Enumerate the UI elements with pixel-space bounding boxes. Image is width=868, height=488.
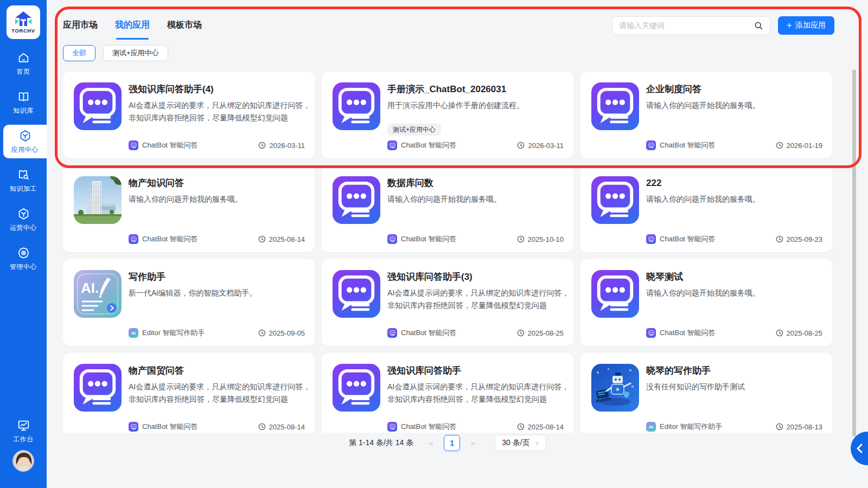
app-card-footer: AI Editor 智能写作助手 2025-08-13 <box>646 422 822 432</box>
app-card-footer: ChatBot 智能问答 2025-08-25 <box>646 328 822 338</box>
app-card-8[interactable]: 强知识库问答助手(3) AI会遵从提示词的要求，只从绑定的知识库进行问答，非知识… <box>322 259 573 346</box>
app-card-11[interactable]: 强知识库问答助手 AI会遵从提示词的要求，只从绑定的知识库进行问答，非知识库内容… <box>322 353 573 433</box>
tab-3[interactable]: 模板市场 <box>167 20 202 36</box>
app-description: 用于演示应用中心操作手册的创建流程。 <box>387 99 572 112</box>
main-content: 应用市场我的应用模板市场 + 添加应用 全部测试+应用中心 强知识库问答助手(4… <box>47 0 868 488</box>
sidebar-item-2[interactable]: 知识库 <box>0 86 47 119</box>
app-card-3[interactable]: 企业制度问答 请输入你的问题开始我的服务哦。 ChatBot 智能问答 2026… <box>580 72 832 158</box>
app-card-footer: ChatBot 智能问答 2025-08-25 <box>387 328 564 338</box>
page-size-select[interactable]: 30 条/页 ∨ <box>495 435 546 451</box>
app-card-footer: ChatBot 智能问答 2025-09-23 <box>646 234 822 244</box>
app-date-value: 2026-01-19 <box>787 142 823 150</box>
sidebar-item-label: 知识库 <box>13 106 34 115</box>
app-type: ChatBot 智能问答 <box>646 234 716 244</box>
torchv-logo-icon <box>14 11 33 27</box>
chatbot-type-icon <box>387 422 397 432</box>
chatbot-icon <box>591 176 639 224</box>
chatbot-type-icon <box>646 328 656 338</box>
robot-illustration-icon <box>591 364 639 412</box>
app-type-label: ChatBot 智能问答 <box>660 140 716 150</box>
prev-page-button[interactable]: < <box>424 439 438 448</box>
filter-chip-1[interactable]: 全部 <box>63 45 95 61</box>
app-date-value: 2025-08-14 <box>269 235 305 243</box>
app-type: ChatBot 智能问答 <box>129 234 198 244</box>
app-card-9[interactable]: 晓琴测试 请输入你的问题开始我的服务哦。 ChatBot 智能问答 2025-0… <box>580 259 832 346</box>
app-type-label: ChatBot 智能问答 <box>142 422 198 432</box>
app-badge: 测试+应用中心 <box>387 124 441 136</box>
sidebar-item-1[interactable]: 首页 <box>0 47 47 80</box>
app-date-value: 2025-08-14 <box>528 423 564 431</box>
app-type-label: ChatBot 智能问答 <box>142 140 198 150</box>
app-type: ChatBot 智能问答 <box>387 422 457 432</box>
chatbot-icon <box>591 270 639 318</box>
chatbot-type-icon <box>129 234 138 244</box>
search-input[interactable] <box>619 21 754 30</box>
app-card-10[interactable]: 物产国贸问答 AI会遵从提示词的要求，只从绑定的知识库进行问答，非知识库内容拒绝… <box>63 353 315 433</box>
app-type-label: ChatBot 智能问答 <box>401 328 457 338</box>
app-title: 强知识库问答助手(3) <box>387 270 563 283</box>
clock-icon <box>258 423 266 431</box>
sidebar-item-label: 首页 <box>17 67 30 76</box>
chatbot-icon <box>591 82 639 130</box>
filter-chip-2[interactable]: 测试+应用中心 <box>103 45 168 61</box>
clock-icon <box>517 329 525 337</box>
app-card-6[interactable]: 222 请输入你的问题开始我的服务哦。 ChatBot 智能问答 2025-09… <box>580 165 832 252</box>
app-card-4[interactable]: 物产知识问答 请输入你的问题开始我的服务哦。 ChatBot 智能问答 2025… <box>63 165 315 252</box>
app-date: 2025-08-25 <box>517 329 564 337</box>
app-date: 2025-08-25 <box>776 329 823 337</box>
app-type-label: Editor 智能写作助手 <box>660 422 723 432</box>
next-page-button[interactable]: > <box>465 439 480 448</box>
vertical-scrollbar[interactable] <box>852 69 856 436</box>
sidebar-item-label: 管理中心 <box>10 262 37 272</box>
app-card-2[interactable]: 手册演示_ChatBot_2026031 用于演示应用中心操作手册的创建流程。 … <box>322 72 573 158</box>
app-date-value: 2025-08-14 <box>269 423 305 431</box>
app-title: 强知识库问答助手(4) <box>129 82 304 95</box>
app-date-value: 2026-03-11 <box>528 142 564 150</box>
user-avatar[interactable] <box>12 450 34 472</box>
sidebar-item-5[interactable]: 运营中心 <box>0 203 47 236</box>
tab-2[interactable]: 我的应用 <box>115 20 150 36</box>
app-type-label: ChatBot 智能问答 <box>142 234 198 244</box>
clock-icon <box>776 423 783 431</box>
sidebar-item-workbench[interactable]: 工作台 <box>0 414 47 448</box>
app-card-7[interactable]: AI. 写作助手 新一代Ai编辑器，你的智能文档助手。 AI Editor 智能… <box>63 259 315 346</box>
add-app-button[interactable]: + 添加应用 <box>778 16 834 35</box>
editor-type-icon: AI <box>646 422 656 432</box>
app-description: 新一代Ai编辑器，你的智能文档助手。 <box>129 287 313 299</box>
app-type: ChatBot 智能问答 <box>646 328 716 338</box>
chatbot-icon <box>74 364 122 412</box>
sidebar-item-4[interactable]: 知识加工 <box>0 164 47 197</box>
app-card-12[interactable]: 晓琴的写作助手 没有任何知识的写作助手测试 AI Editor 智能写作助手 2… <box>580 353 832 433</box>
sidebar-item-3[interactable]: 应用中心 <box>3 125 47 158</box>
page-size-value: 30 条/页 <box>502 438 529 448</box>
plus-icon: + <box>787 21 792 30</box>
sidebar-item-label: 知识加工 <box>10 184 37 194</box>
app-card-1[interactable]: 强知识库问答助手(4) AI会遵从提示词的要求，只从绑定的知识库进行问答，非知识… <box>63 72 315 158</box>
app-date-value: 2025-08-13 <box>787 423 823 431</box>
chatbot-icon <box>333 270 380 318</box>
app-description: 请输入你的问题开始我的服务哦。 <box>129 193 313 206</box>
app-type: ChatBot 智能问答 <box>129 422 198 432</box>
pagination-summary: 第 1-14 条/共 14 条 <box>349 438 413 448</box>
app-type: AI Editor 智能写作助手 <box>129 328 205 338</box>
sidebar-item-6[interactable]: 管理中心 <box>0 242 47 275</box>
editor-type-icon: AI <box>129 328 138 338</box>
chatbot-icon <box>333 176 380 224</box>
search-icon[interactable] <box>754 21 763 30</box>
app-description: AI会遵从提示词的要求，只从绑定的知识库进行问答，非知识库内容拒绝回答，尽量降低… <box>387 287 572 312</box>
app-center-icon <box>18 129 32 143</box>
card-grid-clip: 强知识库问答助手(4) AI会遵从提示词的要求，只从绑定的知识库进行问答，非知识… <box>63 72 832 433</box>
app-title: 晓琴测试 <box>646 270 821 283</box>
app-description: 请输入你的问题开始我的服务哦。 <box>646 99 831 112</box>
app-card-footer: ChatBot 智能问答 2025-10-10 <box>387 234 564 244</box>
app-card-5[interactable]: 数据库问数 请输入你的问题开始我的服务哦。 ChatBot 智能问答 2025-… <box>322 165 573 252</box>
clock-icon <box>258 329 266 337</box>
page-number-button[interactable]: 1 <box>444 435 460 451</box>
app-card-footer: ChatBot 智能问答 2025-08-14 <box>129 234 305 244</box>
svg-text:AI.: AI. <box>81 280 99 296</box>
app-title: 数据库问数 <box>387 176 563 189</box>
app-type: ChatBot 智能问答 <box>129 140 198 150</box>
knowledge-base-icon <box>16 90 30 104</box>
tab-1[interactable]: 应用市场 <box>63 20 98 36</box>
app-title: 222 <box>646 176 821 189</box>
